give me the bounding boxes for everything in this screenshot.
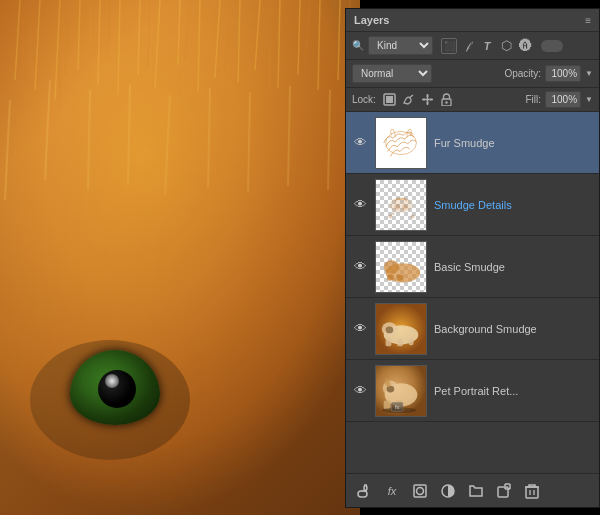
layer-thumb-pet-portrait: fx [375,365,427,417]
fur-strands [0,0,360,515]
svg-line-39 [409,95,413,98]
panel-menu-icon[interactable]: ≡ [585,15,591,26]
opacity-input[interactable] [545,65,581,82]
new-layer-icon[interactable] [494,481,514,501]
smart-filter-icon[interactable]: 🅐 [517,38,533,54]
layers-list[interactable]: 👁 [346,112,599,473]
add-mask-icon[interactable] [410,481,430,501]
layer-name-fur-smudge: Fur Smudge [432,137,595,149]
fill-dropdown-icon[interactable]: ▼ [585,95,593,104]
svg-rect-61 [386,338,392,346]
fx-icon[interactable]: fx [382,481,402,501]
main-container: Layers ≡ 🔍 Kind Name Effect Mode Attribu… [0,0,600,515]
search-icon: 🔍 [352,40,364,51]
opacity-dropdown-icon[interactable]: ▼ [585,69,593,78]
layer-item-background-smudge[interactable]: 👁 [346,298,599,360]
dog-background [0,0,360,515]
layer-thumb-fur-smudge [375,117,427,169]
svg-point-54 [411,214,415,218]
kind-select[interactable]: Kind Name Effect Mode Attribute Color Sm… [368,36,433,55]
layer-item-basic-smudge[interactable]: 👁 Basic Smudge [346,236,599,298]
svg-point-51 [402,204,408,210]
lock-row: Lock: Fill: ▼ [346,88,599,112]
filter-icons: ⬛ 𝒻 T ⬡ 🅐 [441,38,533,54]
blend-mode-select[interactable]: Normal Dissolve Multiply Screen Overlay … [352,64,432,83]
adjustment-filter-icon[interactable]: 𝒻 [460,38,476,54]
layer-visibility-background-smudge[interactable]: 👁 [350,321,370,336]
eye-icon-basic-smudge[interactable]: 👁 [354,259,367,274]
svg-marker-43 [426,103,429,106]
opacity-label: Opacity: [504,68,541,79]
lock-paint-icon[interactable] [401,92,417,108]
new-group-icon[interactable] [466,481,486,501]
svg-marker-45 [431,98,434,101]
layer-thumb-basic-smudge [375,241,427,293]
dog-eye [60,340,180,440]
layer-item-fur-smudge[interactable]: 👁 [346,112,599,174]
layer-visibility-basic-smudge[interactable]: 👁 [350,259,370,274]
panel-title: Layers [354,14,389,26]
layers-panel: Layers ≡ 🔍 Kind Name Effect Mode Attribu… [345,8,600,508]
svg-point-47 [446,101,448,103]
panel-toolbar: fx [346,473,599,507]
svg-marker-44 [422,98,425,101]
svg-point-56 [384,260,399,273]
fill-input[interactable] [545,91,581,108]
svg-marker-42 [426,94,429,97]
pixel-filter-icon[interactable]: ⬛ [441,38,457,54]
eye-icon-pet-portrait[interactable]: 👁 [354,383,367,398]
lock-move-icon[interactable] [420,92,436,108]
blend-row: Normal Dissolve Multiply Screen Overlay … [346,60,599,88]
layer-visibility-fur-smudge[interactable]: 👁 [350,135,370,150]
layer-thumb-smudge-details [375,179,427,231]
svg-rect-38 [386,96,393,103]
eye-icon-smudge-details[interactable]: 👁 [354,197,367,212]
filter-toggle[interactable] [541,40,563,52]
layer-visibility-pet-portrait[interactable]: 👁 [350,383,370,398]
svg-point-53 [392,212,395,215]
svg-rect-62 [397,338,403,346]
layer-thumb-background-smudge [375,303,427,355]
layer-item-pet-portrait[interactable]: 👁 [346,360,599,422]
type-filter-icon[interactable]: T [479,38,495,54]
svg-rect-63 [409,338,414,345]
svg-point-75 [417,487,424,494]
svg-rect-82 [526,487,538,498]
shape-filter-icon[interactable]: ⬡ [498,38,514,54]
svg-point-50 [394,204,400,210]
layer-name-pet-portrait: Pet Portrait Ret... [432,385,595,397]
delete-layer-icon[interactable] [522,481,542,501]
adjustment-icon[interactable] [438,481,458,501]
lock-all-icon[interactable] [439,92,455,108]
eye-outer [70,350,160,425]
svg-point-52 [389,214,393,218]
svg-point-60 [386,326,394,333]
eye-icon-background-smudge[interactable]: 👁 [354,321,367,336]
svg-text:fx: fx [395,404,400,410]
filter-row: 🔍 Kind Name Effect Mode Attribute Color … [346,32,599,60]
panel-header: Layers ≡ [346,9,599,32]
link-layers-icon[interactable] [354,481,374,501]
lock-label: Lock: [352,94,376,105]
eye-icon-fur-smudge[interactable]: 👁 [354,135,367,150]
svg-point-67 [387,385,395,392]
layer-item-smudge-details[interactable]: 👁 [346,174,599,236]
layer-name-background-smudge: Background Smudge [432,323,595,335]
eye-highlight [105,374,119,388]
lock-icons [382,92,455,108]
layer-name-smudge-details: Smudge Details [432,199,595,211]
layer-visibility-smudge-details[interactable]: 👁 [350,197,370,212]
fill-label: Fill: [526,94,542,105]
layer-name-basic-smudge: Basic Smudge [432,261,595,273]
lock-pixel-icon[interactable] [382,92,398,108]
